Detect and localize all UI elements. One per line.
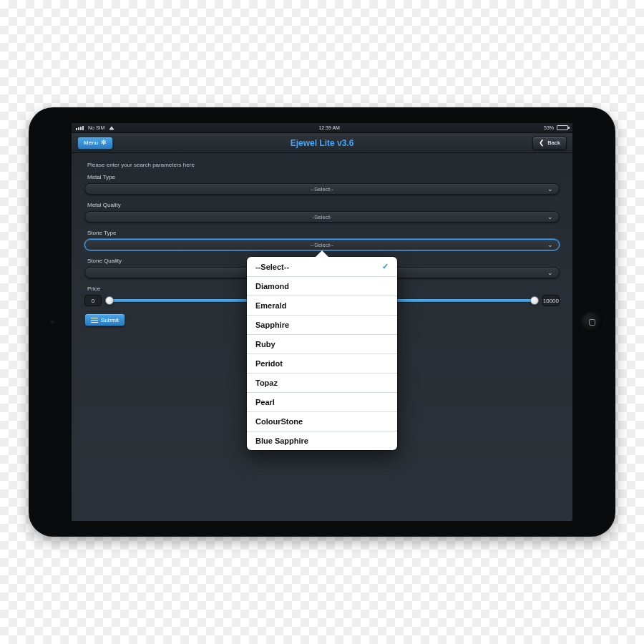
dropdown-option-label: Sapphire xyxy=(255,321,289,329)
app-screen: No SIM 12:39 AM 53% Menu ✻ Ejewel Lite v… xyxy=(72,123,572,521)
stone-type-value: --Select-- xyxy=(311,242,334,248)
price-thumb-min[interactable] xyxy=(105,296,114,305)
front-camera xyxy=(50,320,54,324)
gear-icon: ✻ xyxy=(101,140,107,146)
submit-label: Submit xyxy=(101,317,119,323)
dropdown-option-label: Emerald xyxy=(255,301,286,310)
price-thumb-max[interactable] xyxy=(530,296,539,305)
wifi-icon xyxy=(109,126,114,130)
metal-quality-value: -Select- xyxy=(312,214,332,220)
battery-icon xyxy=(557,125,568,130)
dropdown-option-label: Peridot xyxy=(255,359,283,368)
metal-type-value: --Select-- xyxy=(311,186,334,192)
dropdown-option[interactable]: Peridot xyxy=(247,354,397,374)
back-button[interactable]: ❮ Back xyxy=(532,137,567,150)
dropdown-option[interactable]: Topaz xyxy=(247,374,397,393)
dropdown-option[interactable]: Sapphire xyxy=(247,316,397,335)
home-button[interactable] xyxy=(581,311,602,333)
submit-button[interactable]: Submit xyxy=(84,313,125,326)
nav-bar: Menu ✻ Ejewel Lite v3.6 ❮ Back xyxy=(72,133,572,153)
menu-button[interactable]: Menu ✻ xyxy=(77,137,113,150)
chevron-down-icon: ⌄ xyxy=(547,185,553,192)
signal-icon xyxy=(76,126,84,130)
metal-type-label: Metal Type xyxy=(87,174,562,180)
metal-quality-select[interactable]: -Select- ⌄ xyxy=(84,211,560,223)
dropdown-option[interactable]: ColourStone xyxy=(247,412,397,431)
popover-arrow-icon xyxy=(316,250,328,257)
carrier-label: No SIM xyxy=(88,125,104,130)
metal-type-select[interactable]: --Select-- ⌄ xyxy=(84,183,560,195)
status-time: 12:39 AM xyxy=(114,125,544,130)
dropdown-option[interactable]: Blue Sapphire xyxy=(247,431,397,450)
chevron-down-icon: ⌄ xyxy=(547,213,553,220)
check-icon: ✓ xyxy=(382,262,389,271)
page-title: Ejewel Lite v3.6 xyxy=(72,138,572,148)
dropdown-option[interactable]: Ruby xyxy=(247,335,397,354)
dropdown-option-label: Diamond xyxy=(255,282,289,291)
stone-type-select[interactable]: --Select-- ⌄ xyxy=(84,239,560,250)
chevron-down-icon: ⌄ xyxy=(547,241,553,248)
price-min: 0 xyxy=(84,295,102,306)
dropdown-option-label: Blue Sapphire xyxy=(255,436,308,445)
stone-type-label: Stone Type xyxy=(87,230,562,236)
chevron-down-icon: ⌄ xyxy=(547,269,553,276)
metal-quality-label: Metal Quality xyxy=(87,202,562,208)
list-icon xyxy=(91,317,98,323)
menu-label: Menu xyxy=(84,140,98,146)
dropdown-option-label: --Select-- xyxy=(255,263,289,271)
battery-percent: 53% xyxy=(544,125,554,130)
tablet-frame: No SIM 12:39 AM 53% Menu ✻ Ejewel Lite v… xyxy=(29,107,615,537)
dropdown-option[interactable]: Diamond xyxy=(247,277,397,296)
back-label: Back xyxy=(547,140,560,146)
dropdown-option-label: Ruby xyxy=(255,340,275,348)
dropdown-option-label: ColourStone xyxy=(255,417,303,426)
status-bar: No SIM 12:39 AM 53% xyxy=(72,123,572,133)
chevron-left-icon: ❮ xyxy=(539,140,545,146)
dropdown-option[interactable]: Pearl xyxy=(247,393,397,412)
dropdown-option[interactable]: --Select--✓ xyxy=(247,257,397,277)
form-instruction: Please enter your search parameters here xyxy=(87,162,562,168)
dropdown-option-label: Topaz xyxy=(255,379,278,387)
dropdown-option[interactable]: Emerald xyxy=(247,296,397,316)
price-max: 10000 xyxy=(542,295,560,306)
dropdown-option-label: Pearl xyxy=(255,398,275,406)
stone-type-dropdown[interactable]: --Select--✓DiamondEmeraldSapphireRubyPer… xyxy=(247,257,397,450)
